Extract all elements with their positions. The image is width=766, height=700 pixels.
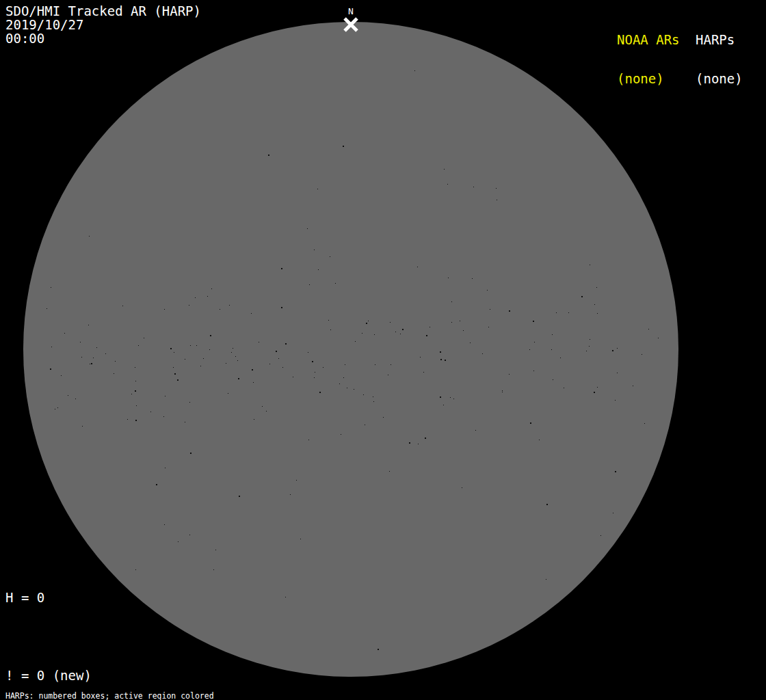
speckle — [343, 377, 344, 378]
speckle — [200, 366, 201, 366]
harps-label: HARPs — [696, 33, 743, 46]
speckle — [533, 371, 534, 371]
speckle — [57, 407, 58, 408]
speckle — [165, 396, 166, 396]
speckle — [343, 146, 344, 147]
speckle — [365, 425, 365, 425]
speckle — [211, 288, 212, 289]
speckle — [473, 187, 474, 187]
speckle — [259, 342, 259, 342]
noaa-ars-value: (none) — [617, 72, 680, 85]
speckle — [440, 351, 441, 353]
speckle — [282, 367, 283, 368]
speckle — [354, 389, 354, 390]
speckle — [88, 325, 89, 325]
speckle — [440, 359, 442, 360]
speckle — [482, 353, 483, 354]
speckle — [262, 406, 263, 407]
speckle — [174, 352, 174, 353]
speckle — [617, 373, 618, 373]
speckle — [453, 399, 454, 399]
speckle — [335, 283, 336, 284]
speckle — [150, 412, 151, 412]
speckle — [487, 290, 488, 291]
speckle — [90, 364, 90, 364]
header-time: 00:00 — [5, 31, 201, 45]
speckle — [551, 349, 552, 350]
speckle — [276, 351, 277, 352]
speckle — [178, 541, 179, 542]
speckle — [290, 494, 291, 495]
speckle — [509, 374, 510, 375]
speckle — [269, 364, 270, 364]
speckle — [238, 378, 239, 379]
speckle — [189, 402, 190, 403]
speckle — [546, 504, 548, 505]
speckle — [443, 405, 444, 405]
speckle — [488, 327, 489, 327]
speckle — [215, 550, 216, 550]
speckle — [251, 313, 252, 314]
speckle — [448, 278, 449, 278]
speckle — [447, 184, 448, 185]
speckle — [203, 358, 204, 359]
speckle — [388, 375, 388, 375]
speckle — [509, 310, 510, 312]
harp-map-stage: SDO/HMI Tracked AR (HARP) 2019/10/27 00:… — [0, 0, 766, 700]
speckle — [75, 399, 76, 399]
speckle — [317, 189, 318, 189]
speckle — [281, 268, 282, 269]
speckle — [375, 364, 375, 365]
speckle — [475, 430, 476, 431]
speckle — [177, 379, 179, 381]
speckle — [633, 386, 633, 386]
speckle — [533, 321, 534, 322]
speckle — [136, 405, 137, 406]
speckle — [231, 352, 232, 353]
speckle — [51, 287, 51, 288]
speckle — [402, 329, 404, 330]
speckle — [330, 329, 331, 330]
speckle — [420, 357, 421, 358]
speckle — [173, 367, 174, 368]
speckle — [68, 395, 68, 396]
speckle — [470, 342, 471, 343]
noaa-ars-status: NOAA ARs (none) — [617, 8, 680, 111]
speckle — [374, 334, 375, 335]
speckle — [581, 296, 583, 297]
speckle — [190, 453, 192, 454]
speckle — [430, 327, 430, 327]
speckle — [268, 154, 269, 156]
speckle — [530, 422, 531, 424]
speckle — [89, 236, 90, 237]
speckle — [615, 471, 616, 472]
speckle — [220, 309, 220, 310]
noaa-ars-label: NOAA ARs — [617, 33, 680, 46]
speckle — [444, 169, 445, 170]
speckle — [502, 392, 503, 392]
speckle — [568, 312, 569, 313]
speckle — [174, 373, 176, 375]
speckle — [472, 278, 473, 279]
speckle — [560, 358, 561, 358]
speckle — [105, 353, 106, 354]
speckle — [362, 333, 362, 334]
header: SDO/HMI Tracked AR (HARP) 2019/10/27 00:… — [5, 4, 201, 45]
speckle — [590, 265, 590, 265]
speckle — [254, 419, 254, 420]
speckle — [597, 387, 598, 388]
speckle — [417, 267, 418, 267]
harps-status: HARPs (none) — [696, 8, 743, 111]
speckle — [91, 363, 92, 364]
speckle — [185, 422, 185, 422]
speckle — [378, 649, 379, 650]
speckle — [315, 372, 315, 373]
speckle — [122, 306, 123, 306]
speckle — [318, 269, 319, 270]
speckle — [189, 305, 189, 306]
speckle — [613, 513, 613, 513]
speckle — [539, 440, 540, 440]
speckle — [281, 307, 282, 308]
speckle — [300, 539, 301, 539]
speckle — [463, 330, 464, 331]
